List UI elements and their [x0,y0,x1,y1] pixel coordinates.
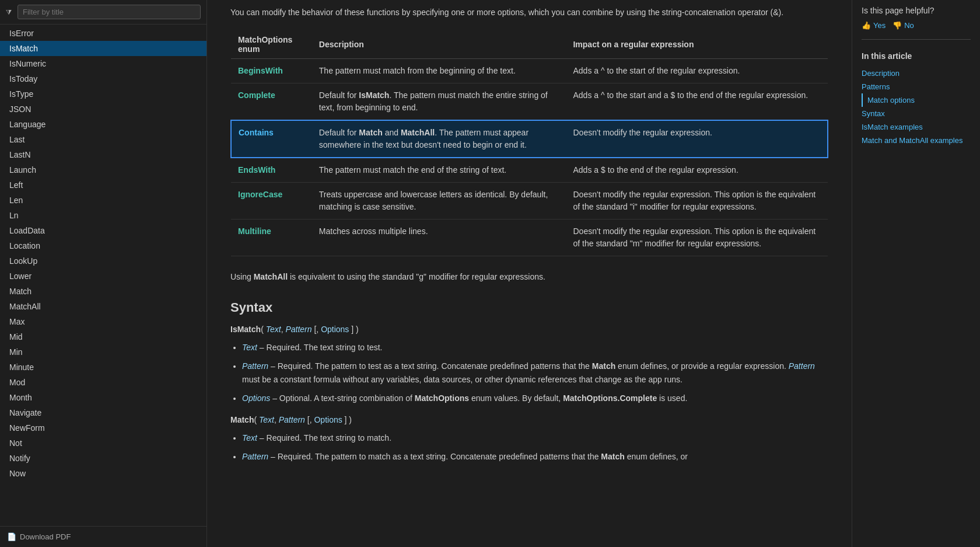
match-params-list: Text – Required. The text string to matc… [242,431,828,464]
sidebar-item-istoday[interactable]: IsToday [0,71,206,86]
list-item: Text – Required. The text string to matc… [242,431,828,445]
sidebar-item-last[interactable]: Last [0,132,206,147]
list-item: Text – Required. The text string to test… [242,341,828,355]
table-header: Description [312,30,566,59]
impact-cell: Adds a ^ to the start of the regular exp… [566,59,828,83]
description-cell: Matches across multiple lines. [312,220,566,256]
ismatch-signature: IsMatch( Text, Pattern [, Options ] ) [230,325,828,334]
right-sidebar: Is this page helpful? 👍 Yes 👎 No In this… [852,0,980,547]
sidebar-item-ismatch[interactable]: IsMatch [0,41,206,56]
sidebar-item-iserror[interactable]: IsError [0,26,206,41]
description-cell: Default for Match and MatchAll. The patt… [312,120,566,158]
sidebar-item-matchall[interactable]: MatchAll [0,299,206,314]
filter-input[interactable] [18,5,201,19]
sidebar-item-isnumeric[interactable]: IsNumeric [0,56,206,71]
enum-name-cell: EndsWith [231,158,312,183]
toc-item-ismatch-examples[interactable]: IsMatch examples [862,120,971,134]
impact-cell: Doesn't modify the regular expression. T… [566,220,828,256]
impact-cell: Adds a ^ to the start and a $ to the end… [566,83,828,121]
impact-cell: Adds a $ to the end of the regular expre… [566,158,828,183]
toc-list: DescriptionPatternsMatch optionsSyntaxIs… [862,67,971,147]
sidebar-item-loaddata[interactable]: LoadData [0,223,206,238]
toc-item-patterns[interactable]: Patterns [862,80,971,93]
sidebar-item-language[interactable]: Language [0,117,206,132]
sidebar-item-not[interactable]: Not [0,435,206,451]
pdf-icon: 📄 [7,532,16,541]
toc-title: In this article [862,51,971,61]
thumbs-up-icon: 👍 [862,21,871,30]
sidebar-item-lower[interactable]: Lower [0,269,206,284]
list-item: Pattern – Required. The pattern to test … [242,360,828,388]
thumbs-down-icon: 👎 [892,21,902,30]
sidebar-item-istype[interactable]: IsType [0,86,206,102]
yes-button[interactable]: 👍 Yes [862,21,886,30]
sidebar-item-minute[interactable]: Minute [0,360,206,375]
sidebar-item-launch[interactable]: Launch [0,162,206,177]
filter-icon: ⧩ [6,8,14,16]
match-signature: Match( Text, Pattern [, Options ] ) [230,415,828,424]
table-row: MultilineMatches across multiple lines.D… [231,220,828,256]
table-row: EndsWithThe pattern must match the end o… [231,158,828,183]
sidebar-item-left[interactable]: Left [0,177,206,193]
table-row: BeginsWithThe pattern must match from th… [231,59,828,83]
helpful-section: Is this page helpful? 👍 Yes 👎 No [862,6,971,40]
enum-name-cell: Contains [231,120,312,158]
helpful-buttons: 👍 Yes 👎 No [862,21,971,30]
description-cell: Default for IsMatch. The pattern must ma… [312,83,566,121]
sidebar-nav-list: IsErrorIsMatchIsNumericIsTodayIsTypeJSON… [0,25,206,526]
sidebar-item-now[interactable]: Now [0,466,206,481]
table-row: CompleteDefault for IsMatch. The pattern… [231,83,828,121]
main-content: You can modify the behavior of these fun… [207,0,852,547]
description-cell: The pattern must match the end of the st… [312,158,566,183]
impact-cell: Doesn't modify the regular expression. [566,120,828,158]
sidebar-item-notify[interactable]: Notify [0,451,206,466]
toc-section: In this article DescriptionPatternsMatch… [862,51,971,147]
toc-item-description[interactable]: Description [862,67,971,80]
description-cell: The pattern must match from the beginnin… [312,59,566,83]
sidebar-item-lookup[interactable]: LookUp [0,253,206,269]
list-item: Pattern – Required. The pattern to match… [242,450,828,464]
description-cell: Treats uppercase and lowercase letters a… [312,183,566,220]
enum-name-cell: BeginsWith [231,59,312,83]
impact-cell: Doesn't modify the regular expression. T… [566,183,828,220]
table-header: MatchOptions enum [231,30,312,59]
no-button[interactable]: 👎 No [892,21,914,30]
sidebar-item-ln[interactable]: Ln [0,208,206,223]
enum-name-cell: IgnoreCase [231,183,312,220]
table-row: ContainsDefault for Match and MatchAll. … [231,120,828,158]
sidebar-item-month[interactable]: Month [0,390,206,405]
match-options-table: MatchOptions enumDescriptionImpact on a … [230,30,828,256]
syntax-heading: Syntax [230,300,828,315]
list-item: Options – Optional. A text-string combin… [242,392,828,406]
table-row: IgnoreCaseTreats uppercase and lowercase… [231,183,828,220]
toc-item-match-and-matchall-examples[interactable]: Match and MatchAll examples [862,134,971,147]
sidebar-item-mod[interactable]: Mod [0,375,206,390]
table-header: Impact on a regular expression [566,30,828,59]
intro-paragraph: You can modify the behavior of these fun… [230,0,828,19]
download-pdf-button[interactable]: 📄 Download PDF [0,526,206,547]
ismatch-params-list: Text – Required. The text string to test… [242,341,828,406]
toc-item-match-options[interactable]: Match options [862,93,971,107]
sidebar-item-len[interactable]: Len [0,193,206,208]
sidebar-item-max[interactable]: Max [0,314,206,329]
filter-bar: ⧩ [0,0,206,25]
sidebar-item-lastn[interactable]: LastN [0,147,206,162]
sidebar-item-newform[interactable]: NewForm [0,420,206,435]
helpful-title: Is this page helpful? [862,6,971,15]
sidebar-item-min[interactable]: Min [0,344,206,360]
sidebar-item-mid[interactable]: Mid [0,329,206,344]
sidebar-item-location[interactable]: Location [0,238,206,253]
enum-name-cell: Complete [231,83,312,121]
using-matchall-note: Using MatchAll is equivalent to using th… [230,270,828,283]
sidebar-item-match[interactable]: Match [0,284,206,299]
sidebar-item-json[interactable]: JSON [0,102,206,117]
enum-name-cell: Multiline [231,220,312,256]
toc-item-syntax[interactable]: Syntax [862,107,971,120]
left-sidebar: ⧩ IsErrorIsMatchIsNumericIsTodayIsTypeJS… [0,0,207,547]
sidebar-item-navigate[interactable]: Navigate [0,405,206,420]
